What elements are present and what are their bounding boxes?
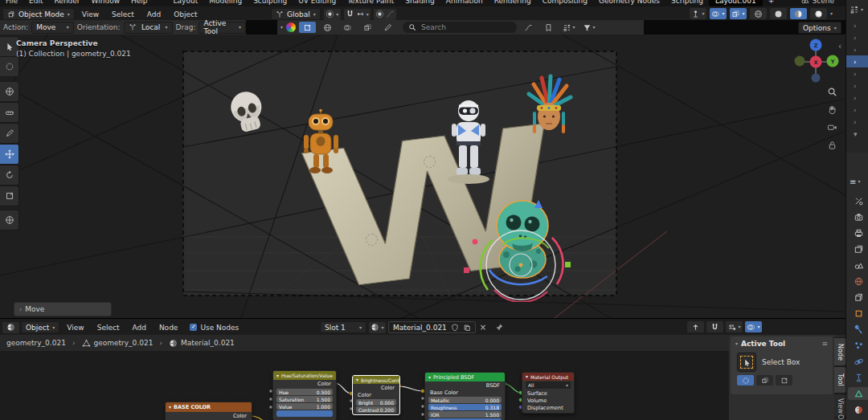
toolbar-measure-tool[interactable] [0,102,19,123]
outliner-row[interactable]: › [846,67,868,80]
outliner-filter-icon[interactable] [850,5,859,14]
tab-particle-properties[interactable] [852,339,865,352]
sidebar-tab-tool[interactable]: Tool [834,366,846,393]
sidebar-tab-node[interactable]: Node [834,337,846,366]
brush-button[interactable] [379,22,396,33]
material-slot-dropdown[interactable]: Slot 1 ▾ [320,321,366,333]
menu-edit[interactable]: Edit [23,0,48,5]
shading-material-button[interactable] [790,8,807,19]
select-box-tool-button[interactable] [737,353,756,372]
parent-node-tree-button[interactable] [687,321,704,332]
collapse-node-icon[interactable]: ▾ [428,375,431,380]
output-target-dropdown[interactable]: All ▾ [526,381,571,389]
orientation-dropdown[interactable]: Local ▾ [124,22,173,34]
model-ninja-figure[interactable] [444,97,493,189]
toolbar-cursor-tool[interactable] [0,81,19,102]
material-name-field[interactable]: Material_0.021 [388,321,476,333]
tab-constraint-properties[interactable] [852,371,865,384]
node-hue-saturation-value[interactable]: ▾ Hue/Saturation/Value Color Hue0.500 Sa… [272,370,337,420]
scene-name[interactable]: Scene [813,0,834,5]
use-nodes-checkbox[interactable]: ✓ Use Nodes [190,324,239,332]
model-robot[interactable] [299,108,343,176]
3d-viewport[interactable]: Camera Perspective (1) Collection | geom… [0,35,845,318]
options-dropdown[interactable]: Options ▾ [798,22,841,34]
curve-widget-button[interactable] [520,22,537,33]
zoom-view-button[interactable] [825,84,839,99]
shading-rendered-button[interactable] [810,8,827,19]
tab-output-properties[interactable] [852,226,865,239]
menu-file[interactable]: File [0,0,23,5]
node-snap-button[interactable] [706,321,723,332]
fake-user-shield-icon[interactable] [451,324,459,332]
tab-object-properties[interactable] [852,307,865,320]
panel-menu-icon[interactable]: ≡ [821,340,828,348]
tab-tool-properties[interactable] [852,194,865,207]
empty-object-marker[interactable] [366,234,378,246]
shader-menu-view[interactable]: View [61,324,89,332]
falloff-sphere-button[interactable] [319,22,336,33]
tab-physics-properties[interactable] [852,355,865,368]
stencil-button[interactable] [359,22,376,33]
collapse-node-icon[interactable]: ▾ [356,377,358,382]
shader-menu-select[interactable]: Select [92,324,125,332]
node-principled-bsdf[interactable]: ▾ Principled BSDF BSDF Base Color Metall… [424,372,506,420]
breadcrumb-object[interactable]: geometry_0.021 [0,339,66,347]
tab-object-data-properties[interactable] [848,387,868,400]
copy-material-icon[interactable] [463,324,471,332]
chevron-down-icon[interactable]: ▾ [861,7,863,12]
bright-slider[interactable]: Bright0.000 [356,399,396,406]
action-dropdown[interactable]: Move ▾ [31,22,74,34]
node-canvas[interactable]: ▾ BASE COLOR Color ▾ Hue/Saturation/Valu… [0,351,845,420]
workspace-tab-scripting[interactable]: Scripting [665,0,709,5]
outliner-row[interactable]: › [846,80,868,92]
filter-button[interactable]: ▾ [580,22,597,33]
snap-grid-dropdown[interactable]: ▾ [726,321,743,332]
toolbar-select-circle-tool[interactable] [0,56,19,77]
tab-render-properties[interactable] [852,210,865,223]
node-base-color[interactable]: ▾ BASE COLOR Color [165,402,252,420]
xray-toggle-button[interactable]: ▾ [730,8,747,19]
outliner-row-expanded[interactable]: ▾ [846,128,868,140]
tab-modifier-properties[interactable] [852,323,865,336]
select-mode-extend-button[interactable] [756,375,773,385]
viewport-menu-object[interactable]: Object [168,10,203,18]
tab-view-layer-properties[interactable] [852,243,865,255]
snap-pivot-button[interactable]: ▾ [324,9,341,20]
workspace-tab-geometry-nodes[interactable]: Geometry Nodes [593,0,665,5]
toolbar-scale-tool[interactable] [0,186,19,206]
workspace-tab-rendering[interactable]: Rendering [489,0,537,5]
material-preview-sphere-icon[interactable] [286,22,296,32]
workspace-tab-modeling[interactable]: Modeling [203,0,248,5]
workspace-tab-compositing[interactable]: Compositing [537,0,593,5]
shader-menu-node[interactable]: Node [154,324,184,332]
chevron-down-icon[interactable]: ▾ [280,25,283,30]
collapse-node-icon[interactable]: ▾ [276,373,279,378]
rotate-gizmo[interactable] [462,194,583,302]
snap-toggle-button[interactable]: ▾ [344,9,371,20]
fac-slider[interactable] [276,410,333,417]
tab-world-properties[interactable] [852,275,865,287]
shader-menu-add[interactable]: Add [126,324,151,332]
tab-collection-properties[interactable] [852,291,865,304]
proportional-edit-button[interactable] [374,9,396,20]
properties-editor-type-button[interactable]: ≡ ▾ [846,173,868,190]
material-browse-button[interactable]: ▾ [369,322,386,333]
navigation-gizmo[interactable]: Z Y X [792,38,843,89]
outliner-row[interactable]: › [846,31,868,43]
model-skull[interactable] [227,89,268,136]
workspace-tab-sculpting[interactable]: Sculpting [248,0,293,5]
bookmark-button[interactable] [540,22,557,33]
add-workspace-button[interactable]: + [763,0,780,5]
operator-panel-move[interactable]: › Move [14,302,112,316]
pin-icon[interactable] [495,323,504,332]
pan-view-button[interactable] [825,102,839,116]
chevron-down-icon[interactable]: ▾ [830,11,833,16]
transform-orientation-selector[interactable]: Global ▾ [271,8,321,20]
toolbar-move-tool[interactable] [0,144,19,165]
collapse-outliner-arrow[interactable]: ‹ [838,42,841,51]
viewport-menu-add[interactable]: Add [141,10,166,18]
workspace-tab-layout[interactable]: Layout [168,0,204,5]
falloff-box-button[interactable] [299,22,316,33]
tab-scene-properties[interactable] [852,259,865,271]
tab-material-properties[interactable] [852,403,865,416]
